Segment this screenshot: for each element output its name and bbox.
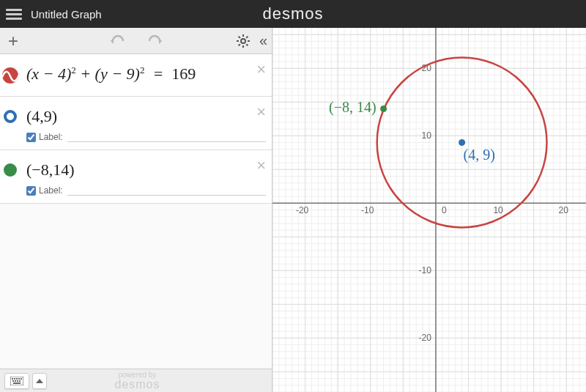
svg-rect-11 — [14, 378, 15, 380]
label-input[interactable] — [67, 185, 266, 196]
menu-icon[interactable] — [6, 6, 22, 22]
delete-expression-icon[interactable]: × — [256, 156, 266, 175]
label-checkbox[interactable] — [26, 133, 36, 142]
expression-latex[interactable]: (−8,14) Label: — [21, 150, 272, 203]
svg-text:(4, 9): (4, 9) — [464, 147, 495, 163]
svg-rect-14 — [21, 378, 22, 380]
delete-expression-icon[interactable]: × — [256, 60, 266, 79]
expression-row[interactable]: (x − 4)2 + (y − 9)2 = 169 × — [0, 54, 272, 97]
keypad-expand-icon[interactable] — [32, 373, 47, 389]
keyboard-icon[interactable] — [4, 373, 29, 389]
svg-text:-10: -10 — [361, 205, 374, 215]
label-row: Label: — [26, 180, 266, 196]
expression-indicator[interactable] — [0, 54, 21, 96]
expression-row[interactable]: (4,9) Label: × — [0, 97, 272, 150]
svg-text:(−8, 14): (−8, 14) — [329, 99, 377, 116]
svg-text:10: 10 — [493, 205, 503, 215]
expression-toolbar: + « — [0, 28, 272, 54]
svg-rect-13 — [18, 378, 20, 380]
label-input[interactable] — [67, 132, 266, 142]
keypad-bar: powered by desmos — [0, 369, 272, 392]
graph-area[interactable]: -20-1001020-20-101020(4, 9)(−8, 14) — [272, 28, 586, 392]
gear-icon[interactable] — [236, 34, 251, 48]
svg-text:-10: -10 — [419, 265, 432, 275]
svg-rect-15 — [12, 380, 14, 382]
expression-row[interactable]: (−8,14) Label: × — [0, 150, 272, 204]
expression-latex[interactable]: (4,9) Label: — [21, 97, 272, 149]
svg-text:20: 20 — [559, 205, 569, 215]
svg-rect-12 — [16, 378, 18, 380]
svg-line-6 — [246, 44, 248, 45]
svg-line-5 — [238, 36, 240, 37]
expression-indicator[interactable] — [0, 150, 21, 203]
svg-text:0: 0 — [442, 205, 447, 215]
svg-point-159 — [380, 106, 387, 112]
svg-text:10: 10 — [422, 130, 432, 141]
collapse-panel-icon[interactable]: « — [259, 32, 267, 49]
label-text: Label: — [39, 185, 63, 196]
powered-by: powered by desmos — [114, 371, 160, 391]
svg-text:-20: -20 — [296, 205, 309, 215]
svg-rect-17 — [17, 380, 18, 382]
svg-rect-18 — [19, 380, 21, 382]
expression-indicator[interactable] — [0, 97, 21, 149]
undo-icon[interactable] — [110, 35, 126, 47]
svg-line-7 — [246, 36, 248, 37]
svg-rect-16 — [15, 380, 16, 382]
expression-latex[interactable]: (x − 4)2 + (y − 9)2 = 169 — [21, 54, 272, 96]
svg-point-0 — [241, 39, 245, 43]
workspace: + « (x − 4)2 + (y − 9)2 = 169 — [0, 28, 586, 392]
graph-title[interactable]: Untitled Graph — [31, 8, 102, 21]
svg-line-8 — [238, 44, 240, 45]
delete-expression-icon[interactable]: × — [256, 103, 266, 122]
add-expression-button[interactable]: + — [4, 31, 22, 51]
label-row: Label: — [26, 126, 266, 142]
brand-logo: desmos — [262, 4, 323, 23]
redo-icon[interactable] — [146, 35, 163, 47]
label-checkbox[interactable] — [26, 186, 36, 196]
label-text: Label: — [39, 132, 63, 142]
svg-text:-20: -20 — [419, 333, 432, 343]
svg-rect-10 — [12, 378, 13, 380]
expression-panel: + « (x − 4)2 + (y − 9)2 = 169 — [0, 28, 272, 392]
svg-point-157 — [459, 139, 465, 146]
expression-list: (x − 4)2 + (y − 9)2 = 169 × (4,9) Label: — [0, 54, 272, 369]
app-header: Untitled Graph desmos — [0, 0, 586, 28]
svg-rect-19 — [13, 382, 21, 384]
